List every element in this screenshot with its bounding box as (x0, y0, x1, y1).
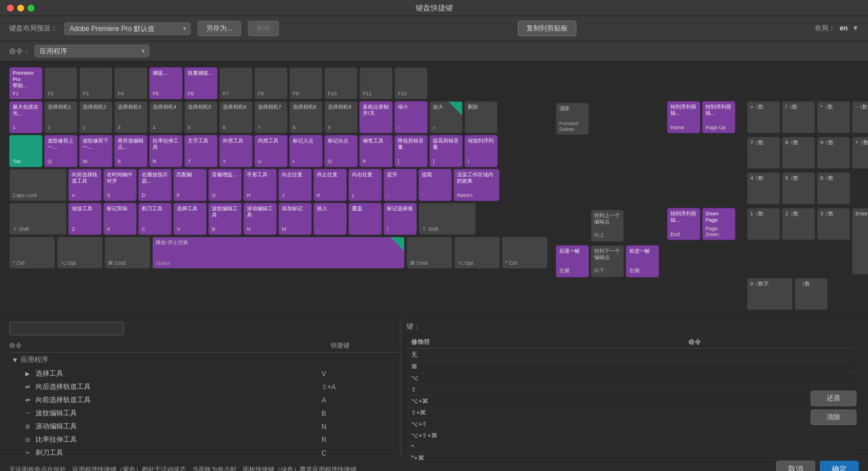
key-forward-delete[interactable]: 清除 Forward Delete (556, 103, 589, 135)
maximize-button[interactable] (28, 5, 34, 11)
key-equals[interactable]: 放大 = (429, 101, 463, 133)
key-m[interactable]: 添加标记 M (278, 203, 312, 235)
key-8[interactable]: 选择相机8 8 (289, 101, 323, 133)
close-button[interactable] (7, 5, 14, 11)
key-g[interactable]: 音频增益... G (208, 169, 242, 201)
key-backslash[interactable]: 缩放到序列 \ (464, 135, 498, 167)
key-n[interactable]: 滚动编辑工具 N (243, 203, 277, 235)
key-f6[interactable]: 批量捕捉... F6 (184, 67, 218, 99)
list-body[interactable]: ▼ 应用程序 ▶ 选择工具 V ⇄ 向后选择轨道工具 ⇧+A ⇄ 向前选择轨道工… (9, 353, 400, 455)
key-opt-right[interactable]: ⌥ Opt (454, 237, 500, 269)
delete-button[interactable]: 删除 (248, 21, 279, 36)
numpad-1[interactable]: 1（数 (747, 208, 780, 240)
list-item-rolling[interactable]: ⊞ 滚动编辑工具 N (9, 420, 400, 433)
key-opt[interactable]: ⌥ Opt (57, 237, 103, 269)
key-f3[interactable]: F3 (79, 67, 113, 99)
key-f8[interactable]: F8 (254, 67, 288, 99)
save-as-button[interactable]: 另存为... (197, 21, 241, 36)
key-shift-left[interactable]: ⇧ Shift (9, 203, 67, 235)
list-item-rate-stretch[interactable]: ⊟ 比率拉伸工具 R (9, 433, 400, 446)
key-f11[interactable]: F11 (359, 67, 393, 99)
confirm-button[interactable]: 确定 (820, 461, 859, 471)
key-bracket-open[interactable]: 降低剪辑音量 [ (394, 135, 428, 167)
key-f[interactable]: 匹配帧 F (173, 169, 207, 201)
key-6[interactable]: 选择相机6 6 (219, 101, 253, 133)
key-bracket-close[interactable]: 提高剪辑音量 ] (429, 135, 463, 167)
key-capslock[interactable]: Caps Lock (9, 169, 67, 201)
numpad-7[interactable]: 7（数 (747, 137, 780, 169)
key-f5[interactable]: 捕捉... F5 (149, 67, 183, 99)
numpad-plus[interactable]: +（数 (852, 137, 868, 169)
key-pgup[interactable]: 转到序列剪辑... Page Up (702, 101, 735, 133)
numpad-3[interactable]: 3（数 (817, 208, 850, 240)
key-f7[interactable]: F7 (219, 67, 253, 99)
key-2[interactable]: 选择相机2 2 (79, 101, 113, 133)
key-period[interactable]: 覆盖 . (348, 203, 382, 235)
minimize-button[interactable] (17, 5, 24, 11)
numpad-0[interactable]: 0（数字 (747, 278, 793, 310)
key-ctrl[interactable]: ^ Ctrl (9, 237, 55, 269)
key-f9[interactable]: F9 (289, 67, 323, 99)
list-item-ripple[interactable]: ~ 波纹编辑工具 B (9, 407, 400, 420)
key-ctrl-right[interactable]: ^ Ctrl (502, 237, 548, 269)
copy-clipboard-button[interactable]: 复制到剪贴板 (518, 21, 576, 36)
key-v[interactable]: 选择工具 V (173, 203, 207, 235)
clear-button[interactable]: 清除 (811, 410, 857, 425)
key-9[interactable]: 选择相机9 9 (324, 101, 358, 133)
key-pgdn[interactable]: Down Page Page Down (702, 208, 735, 240)
key-f2[interactable]: F2 (44, 67, 78, 99)
key-q[interactable]: 波纹修剪上一... Q (44, 135, 78, 167)
key-space[interactable]: 播放-停止切换 Space (152, 237, 405, 269)
list-item-razor[interactable]: ✂ 剃刀工具 C (9, 446, 400, 455)
numpad-enter[interactable]: Enter (852, 208, 868, 275)
key-0[interactable]: 多机位录制开/关 (359, 101, 393, 133)
preset-select[interactable]: Adobe Premiere Pro 默认值 (64, 22, 191, 35)
key-a[interactable]: 向前选择轨道工具 A (68, 169, 102, 201)
key-h[interactable]: 手形工具 H (243, 169, 277, 201)
search-input[interactable] (9, 322, 124, 335)
numpad-asterisk[interactable]: *（数 (817, 101, 850, 133)
numpad-9[interactable]: 9（数 (817, 137, 850, 169)
key-t[interactable]: 文字工具 T (184, 135, 218, 167)
key-z[interactable]: 缩放工具 Z (68, 203, 102, 235)
key-arrow-down[interactable]: 转到下一个编辑点 向下 (591, 245, 624, 277)
cancel-button[interactable]: 取消 (776, 461, 815, 471)
key-y[interactable]: 外滑工具 Y (219, 135, 253, 167)
key-semicolon[interactable]: 提升 ; (383, 169, 417, 201)
key-backtick[interactable]: 最大化或在光... 1 (9, 101, 42, 133)
key-cmd-right[interactable]: ⌘ Cmd (406, 237, 452, 269)
list-item-back-select[interactable]: ⇄ 向后选择轨道工具 ⇧+A (9, 380, 400, 393)
numpad-8[interactable]: 8（数 (782, 137, 815, 169)
key-x[interactable]: 标记剪辑 X (103, 203, 137, 235)
key-3[interactable]: 选择相机3 3 (114, 101, 148, 133)
key-quote[interactable]: 提取 ' (418, 169, 452, 201)
list-item-fwd-select[interactable]: ⇄ 向前选择轨道工具 A (9, 393, 400, 407)
key-w[interactable]: 波纹修剪下一... W (79, 135, 113, 167)
command-select[interactable]: 应用程序 (34, 45, 149, 57)
restore-button[interactable]: 还原 (811, 391, 857, 406)
key-d[interactable]: 在播放指示器... D (138, 169, 172, 201)
key-f4[interactable]: F4 (114, 67, 148, 99)
key-return[interactable]: 渲染工作区域内的效果 Return (454, 169, 499, 201)
numpad-dot[interactable]: .（数 (795, 278, 828, 310)
numpad-6[interactable]: 6（数 (817, 172, 850, 204)
key-c[interactable]: 剃刀工具 C (138, 203, 172, 235)
numpad-5[interactable]: 5（数 (782, 172, 815, 204)
key-f1[interactable]: Premiere Pro帮助... F1 (9, 67, 42, 99)
key-delete[interactable]: 删除 (464, 101, 498, 133)
key-comma[interactable]: 插入 , (313, 203, 347, 235)
key-i[interactable]: 标记入点 I (289, 135, 323, 167)
key-f10[interactable]: F10 (324, 67, 358, 99)
key-r[interactable]: 比率拉伸工具 R (149, 135, 183, 167)
key-s[interactable]: 在时间轴中对齐 S (103, 169, 137, 201)
key-slash[interactable]: 标记选择项 / (383, 203, 417, 235)
key-u[interactable]: 内滑工具 U (254, 135, 288, 167)
key-1[interactable]: 选择相机1 1 (44, 101, 78, 133)
key-home[interactable]: 转到序列剪辑... Home (667, 101, 700, 133)
key-tab[interactable]: Tab (9, 135, 42, 167)
numpad-minus[interactable]: -（数 (852, 101, 868, 133)
key-p[interactable]: 钢笔工具 P (359, 135, 393, 167)
key-f12[interactable]: F12 (394, 67, 428, 99)
key-cmd-left[interactable]: ⌘ Cmd (104, 237, 150, 269)
key-arrow-right[interactable]: 前进一帧 右侧 (626, 245, 659, 277)
